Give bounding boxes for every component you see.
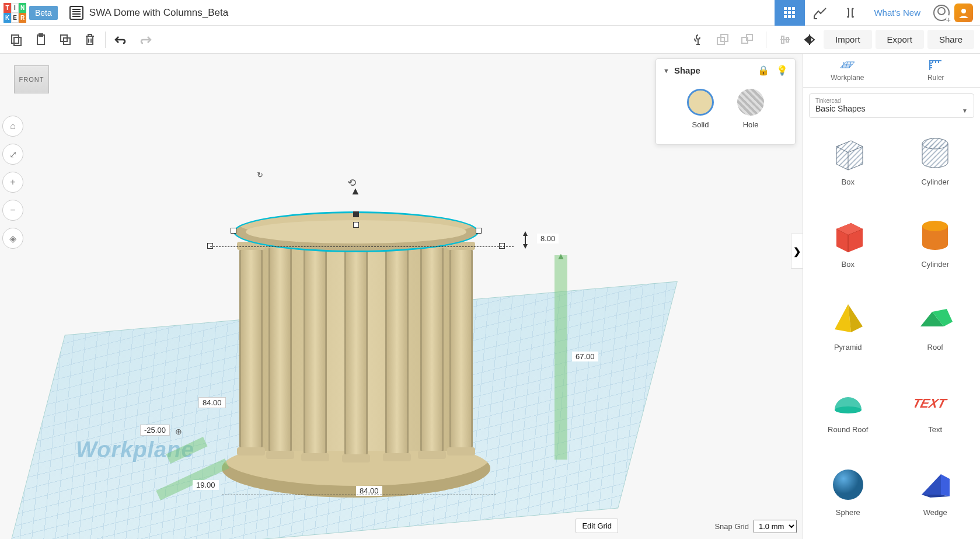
svg-rect-8 [792,15,795,18]
fit-view-icon[interactable]: ⤢ [2,144,23,165]
svg-rect-7 [788,15,791,18]
dimension-line [210,246,514,247]
collapse-sidebar-icon[interactable]: ❯ [791,234,803,269]
svg-rect-1 [788,7,791,10]
resize-handle[interactable] [231,228,236,234]
dimension-z[interactable]: 67.00 [572,352,598,361]
mirror-icon[interactable] [799,29,820,50]
minecraft-icon[interactable] [805,0,835,26]
ruler-tool[interactable]: Ruler [892,54,981,87]
copy-icon[interactable] [6,29,27,50]
rotate-icon[interactable]: ⟲ [347,176,356,189]
svg-point-44 [833,470,863,500]
svg-rect-0 [784,7,787,10]
hole-swatch [737,89,764,116]
shape-pyramid[interactable]: Pyramid [805,291,891,371]
whats-new-link[interactable]: What's New [866,8,929,18]
shape-text[interactable]: TEXT Text [893,374,978,454]
top-bar: TIN KER Beta SWA Dome with Columns_Beta … [0,0,980,26]
resize-handle[interactable] [353,222,359,228]
view-cube[interactable]: FRONT [14,65,49,100]
hole-option[interactable]: Hole [737,89,764,129]
resize-handle[interactable] [499,243,505,249]
svg-rect-6 [784,15,787,18]
view-cube-front[interactable]: FRONT [14,65,49,93]
ortho-view-icon[interactable]: ◈ [2,228,23,249]
document-title[interactable]: SWA Dome with Columns_Beta [89,7,775,19]
model-structure[interactable]: ▲ ⟲ ↻ [233,182,484,474]
column[interactable] [420,244,444,454]
tinkercad-logo[interactable]: TIN KER [4,3,27,23]
snap-grid-select[interactable]: 1.0 mm [754,520,797,533]
shape-wedge[interactable]: Wedge [893,457,978,537]
edit-grid-button[interactable]: Edit Grid [576,519,618,533]
resize-handle[interactable] [476,228,482,234]
paste-icon[interactable] [30,29,51,50]
shape-roof[interactable]: Roof [893,291,978,371]
workplane-tool[interactable]: Workplane [803,54,892,87]
scene: Workplane ▲ ⟲ ↻ [35,159,677,533]
column[interactable] [239,246,263,451]
delete-icon[interactable] [79,29,100,50]
dimension-line [222,495,496,495]
shape-round-roof[interactable]: Round Roof [805,374,891,454]
resize-handle[interactable] [207,243,213,249]
solid-swatch [687,89,714,116]
resize-handle[interactable] [353,211,359,217]
dimension-y[interactable]: 19.00 [193,480,219,490]
share-button[interactable]: Share [927,30,974,49]
shape-inspector: ▼ Shape 🔒 💡 Solid Hole [655,58,796,145]
visibility-icon[interactable] [688,29,709,50]
svg-rect-2 [792,7,795,10]
origin-icon[interactable]: ⊕ [175,427,182,436]
svg-point-9 [961,9,966,13]
shape-box-hole[interactable]: Box [805,126,891,206]
home-view-icon[interactable]: ⌂ [2,116,23,137]
zoom-out-icon[interactable]: − [2,200,23,221]
document-icon[interactable] [69,6,83,20]
shape-box[interactable]: Box [805,208,891,288]
rotate-icon[interactable]: ↻ [257,171,263,179]
export-button[interactable]: Export [876,30,924,49]
beta-badge: Beta [29,6,58,20]
import-button[interactable]: Import [824,30,872,49]
svg-text:TEXT: TEXT [915,397,949,411]
account-icon[interactable] [933,5,950,21]
shape-cylinder-hole[interactable]: Cylinder [893,126,978,206]
column[interactable] [449,246,473,451]
chevron-down-icon[interactable]: ▼ [663,67,669,74]
main-toolbar: Import Export Share [0,26,980,54]
column[interactable] [268,244,292,454]
dimension-height[interactable]: 8.00 [537,234,559,244]
shape-panel-title: Shape [674,65,700,75]
redo-icon[interactable] [135,29,156,50]
dimension-width[interactable]: 84.00 [198,397,226,408]
grid-view-icon[interactable] [775,0,805,26]
column[interactable] [385,242,409,457]
user-avatar[interactable] [954,4,973,22]
grid-controls: Edit Grid [576,519,618,533]
duplicate-icon[interactable] [55,29,76,50]
column[interactable] [304,242,327,457]
column[interactable] [344,241,368,458]
shape-cylinder[interactable]: Cylinder [893,208,978,288]
lock-icon[interactable]: 🔒 [758,65,769,76]
lightbulb-icon[interactable]: 💡 [776,65,788,76]
columns [233,241,479,463]
dimension-x[interactable]: -25.00 [140,425,170,436]
shape-sphere[interactable]: Sphere [805,457,891,537]
z-offset-bar[interactable] [554,255,567,460]
ungroup-icon[interactable] [737,29,758,50]
solid-option[interactable]: Solid [687,89,714,129]
align-icon[interactable] [775,29,796,50]
svg-line-29 [842,62,844,68]
group-icon[interactable] [712,29,733,50]
undo-icon[interactable] [110,29,131,50]
svg-rect-4 [788,11,791,14]
code-blocks-icon[interactable] [835,0,866,26]
svg-point-42 [835,406,862,413]
svg-line-30 [846,62,848,68]
zoom-in-icon[interactable]: + [2,172,23,193]
up-arrow-icon: ▲ [556,251,566,262]
shape-library-dropdown[interactable]: Tinkercad Basic Shapes [809,93,974,118]
